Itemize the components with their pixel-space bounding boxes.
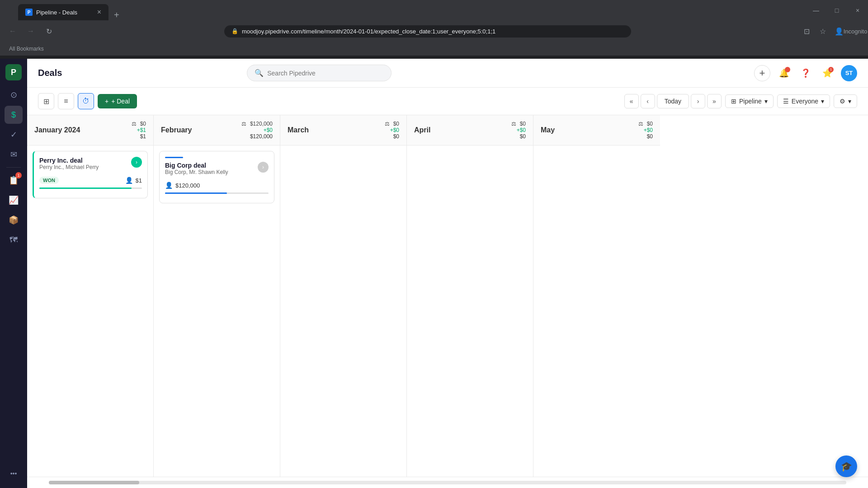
perry-amount: $1 [136,177,142,184]
bigcorp-progress-fill [165,192,227,194]
month-column-may: May ⚖ $0 +$0 $0 [533,115,660,477]
pipeline-select[interactable]: ⊞ Pipeline ▾ [725,94,774,108]
bigcorp-deal-subtitle: Big Corp, Mr. Shawn Kelly [165,169,228,175]
settings-icon: ⚙ [840,98,845,105]
insights-icon: 📈 [9,195,19,205]
perry-won-tag: WON [39,177,59,184]
sidebar-item-deals[interactable]: $ [5,106,23,124]
may-balance-row: ⚖ $0 [638,121,653,127]
back-button[interactable]: ← [5,24,20,38]
avatar[interactable]: ST [841,65,857,81]
february-total: $120,000 [241,133,273,140]
perry-progress-bar [39,188,142,189]
bigcorp-deal-card[interactable]: Big Corp deal Big Corp, Mr. Shawn Kelly … [159,151,274,203]
maximize-button[interactable]: □ [826,0,847,20]
forward-button[interactable]: → [24,24,38,38]
notifications-button[interactable]: 🔔 [776,65,792,81]
march-change: +$0 [385,127,399,133]
sidebar: P ⊙ $ ✓ ✉ 📋 1 📈 📦 🗺 ••• [0,59,27,488]
cast-icon[interactable]: ⊡ [799,24,814,38]
close-button[interactable]: × [847,0,868,20]
march-amount: $0 [393,121,399,127]
sidebar-divider-1 [6,167,21,168]
sidebar-item-maps[interactable]: 🗺 [5,231,23,249]
month-header-february: February ⚖ $120,000 +$0 $120,000 [154,115,280,145]
search-bar[interactable]: 🔍 [247,65,392,81]
refresh-button[interactable]: ↻ [42,24,56,38]
help-button[interactable]: ❓ [797,65,814,81]
bigcorp-nav-button[interactable]: › [258,162,269,173]
page-title: Deals [38,68,62,78]
filter-icon: ☰ [783,98,789,105]
maps-icon: 🗺 [9,235,18,245]
notifications2-button[interactable]: ⭐ 1 [819,65,835,81]
everyone-select[interactable]: ☰ Everyone ▾ [777,94,830,108]
perry-deal-title: Perry Inc. deal [39,157,99,164]
prev-prev-button[interactable]: « [624,94,639,108]
bigcorp-amount: $120,000 [175,182,200,189]
january-balance-icon: ⚖ [132,121,137,127]
search-input[interactable] [267,70,384,77]
minimize-button[interactable]: — [806,0,826,20]
bookmarks-label[interactable]: All Bookmarks [5,45,47,53]
app-logo[interactable]: P [5,64,22,80]
today-button[interactable]: Today [657,94,689,108]
february-amount: $120,000 [250,121,273,127]
active-tab[interactable]: P Pipeline - Deals × [18,4,108,20]
home-icon: ⊙ [10,90,17,100]
scrollbar-container [27,477,868,488]
floating-help-button[interactable]: 🎓 [835,455,857,477]
add-deal-button[interactable]: + + Deal [98,94,137,108]
bookmarks-bar: All Bookmarks [0,42,868,56]
sidebar-item-more[interactable]: ••• [5,465,23,483]
products-icon: 📦 [9,215,19,225]
everyone-chevron: ▾ [821,98,824,105]
list-view-button[interactable]: ≡ [58,93,74,109]
perry-nav-button[interactable]: › [131,157,142,168]
march-balance-icon: ⚖ [385,121,390,127]
tab-close-button[interactable]: × [97,8,101,16]
notification-badge [785,67,790,72]
timeline-view-button[interactable]: ⏱ [78,93,94,109]
may-total: $0 [638,133,653,140]
february-body: Big Corp deal Big Corp, Mr. Shawn Kelly … [154,145,280,209]
april-balance-row: ⚖ $0 [511,121,526,127]
bookmark-icon[interactable]: ☆ [816,24,830,38]
may-change: +$0 [638,127,653,133]
month-column-february: February ⚖ $120,000 +$0 $120,000 [154,115,280,477]
april-body [407,145,533,156]
scroll-thumb[interactable] [49,481,139,484]
sidebar-item-reports[interactable]: 📋 1 [5,171,23,189]
address-url: moodjoy.pipedrive.com/timeline/month/202… [242,28,624,35]
prev-button[interactable]: ‹ [641,94,655,108]
sidebar-item-insights[interactable]: 📈 [5,191,23,209]
may-amount: $0 [647,121,653,127]
sidebar-item-products[interactable]: 📦 [5,211,23,229]
address-bar[interactable]: 🔒 moodjoy.pipedrive.com/timeline/month/2… [224,25,631,38]
perry-deal-card[interactable]: Perry Inc. deal Perry Inc., Michael Perr… [33,151,148,198]
help-icon: ❓ [801,68,811,78]
add-button[interactable]: + [754,65,770,81]
january-amount: $0 [140,121,146,127]
sidebar-item-email[interactable]: ✉ [5,145,23,164]
month-name-march: March [288,126,309,134]
nav-controls: « ‹ Today › » [624,94,722,108]
next-button[interactable]: › [691,94,705,108]
settings-select[interactable]: ⚙ ▾ [834,94,857,108]
perry-amount-row: 👤 $1 [125,177,142,184]
next-next-button[interactable]: » [707,94,722,108]
sidebar-item-home[interactable]: ⊙ [5,86,23,104]
bigcorp-person-icon: 👤 [165,182,173,189]
month-header-may: May ⚖ $0 +$0 $0 [533,115,660,145]
sidebar-item-activity[interactable]: ✓ [5,126,23,144]
browser-toolbar: ← → ↻ 🔒 moodjoy.pipedrive.com/timeline/m… [0,20,868,42]
month-header-april: April ⚖ $0 +$0 $0 [407,115,533,145]
month-column-march: March ⚖ $0 +$0 $0 [280,115,407,477]
kanban-view-button[interactable]: ⊞ [38,93,54,109]
january-balance-row: ⚖ $0 [132,121,146,127]
perry-card-header: Perry Inc. deal Perry Inc., Michael Perr… [39,157,142,174]
month-name-may: May [541,126,555,134]
list-icon: ≡ [64,97,68,105]
new-tab-button[interactable]: + [108,10,125,20]
horizontal-scrollbar[interactable] [49,481,846,484]
